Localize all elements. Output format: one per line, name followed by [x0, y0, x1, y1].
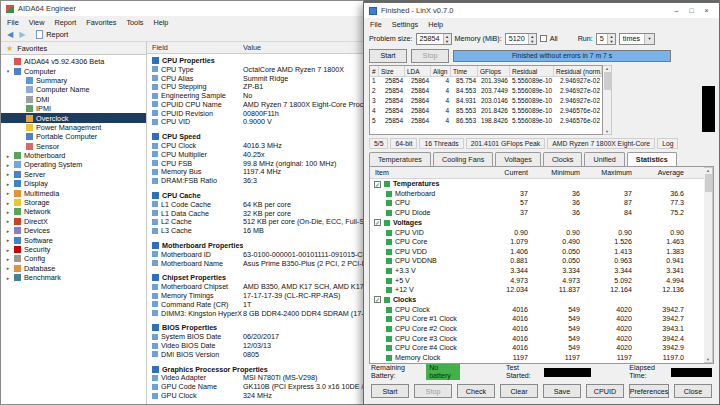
tree-expander-icon[interactable]: ▸ [5, 200, 11, 206]
menu-item[interactable]: Report [54, 18, 76, 27]
close-icon[interactable]: × [699, 3, 714, 18]
tree-item[interactable]: Sensor [1, 142, 146, 151]
maximize-icon[interactable]: □ [684, 3, 699, 18]
menu-item[interactable]: Settings [392, 20, 418, 29]
tree-item[interactable]: ▸ DirectX [1, 217, 146, 226]
tree-expander-icon[interactable]: ▸ [5, 218, 11, 224]
linx-titlebar[interactable]: Finished - LinX v0.7.0 – □ × [364, 3, 719, 18]
group-checkbox[interactable] [374, 181, 381, 188]
tab[interactable]: Unified [584, 152, 624, 166]
footer-button[interactable]: Stop [414, 384, 452, 398]
menu-item[interactable]: Favorites [86, 18, 116, 27]
tree-item[interactable]: ▾ Computer [1, 66, 146, 75]
field-column-header[interactable]: Field [147, 43, 243, 52]
tree-expander-icon[interactable]: ▾ [5, 68, 11, 74]
scroll-up-icon[interactable] [605, 66, 609, 71]
tree-item[interactable]: ▸ Motherboard [1, 151, 146, 160]
footer-button[interactable]: Start [371, 384, 409, 398]
tab[interactable]: Voltages [495, 152, 541, 166]
tree-item[interactable]: ▸ Multimedia [1, 188, 146, 197]
run-label: Run: [578, 34, 593, 43]
scroll-down-icon[interactable] [706, 357, 710, 362]
forward-arrow-icon[interactable] [19, 31, 25, 39]
run-stepper[interactable]: 5 [596, 33, 616, 45]
menu-item[interactable]: File [7, 18, 19, 27]
aida64-titlebar[interactable]: AIDA64 Engineer [1, 1, 363, 16]
tab[interactable]: Statistics [627, 152, 677, 166]
scrollbar-thumb[interactable] [604, 72, 611, 90]
tree-item[interactable]: AIDA64 v5.92.4306 Beta [1, 57, 146, 66]
vertical-scrollbar[interactable] [704, 167, 713, 363]
all-checkbox[interactable] [540, 35, 547, 42]
memory-stepper[interactable]: 5120 [505, 33, 537, 45]
tree-item[interactable]: ▸ Benchmark [1, 273, 146, 282]
tree-item[interactable]: ▸ Security [1, 245, 146, 254]
property-value: 1197.4 MHz [243, 167, 363, 176]
tree-item[interactable]: ▸ Storage [1, 198, 146, 207]
tree-item[interactable]: ▸ Config [1, 254, 146, 263]
tree-item[interactable]: ▸ Network [1, 207, 146, 216]
tab-favorites[interactable]: Favorites [1, 42, 146, 55]
tree-item[interactable]: DMI [1, 95, 146, 104]
tree-expander-icon[interactable]: ▸ [5, 237, 11, 243]
tab[interactable]: Clocks [543, 152, 583, 166]
group-checkbox[interactable] [374, 219, 381, 226]
tree-expander-icon[interactable]: ▸ [5, 247, 11, 253]
footer-button[interactable]: Close [674, 384, 712, 398]
sensor-group-header: Voltages [370, 218, 704, 228]
value-column-header[interactable]: Value [243, 43, 261, 52]
menu-item[interactable]: View [29, 18, 45, 27]
spinner-arrows-icon[interactable] [528, 34, 536, 44]
back-arrow-icon[interactable] [7, 31, 13, 39]
spinner-arrows-icon[interactable] [443, 34, 451, 44]
menu-item[interactable]: File [370, 20, 382, 29]
property-field: Command Rate (CR) [161, 300, 229, 309]
tree-expander-icon[interactable]: ▸ [5, 190, 11, 196]
tree-item[interactable]: Portable Computer [1, 132, 146, 141]
tree-expander-icon[interactable]: ▸ [5, 265, 11, 271]
footer-button[interactable]: Save [543, 384, 581, 398]
tree-item[interactable]: ▸ Database [1, 264, 146, 273]
tree-expander-icon[interactable]: ▸ [5, 171, 11, 177]
tab[interactable]: Cooling Fans [433, 152, 493, 166]
tab[interactable]: Temperatures [369, 152, 431, 166]
tree-item[interactable]: ▸ Devices [1, 226, 146, 235]
tree-item[interactable]: Overclock [1, 113, 146, 122]
tree-item[interactable]: ▸ Operating System [1, 160, 146, 169]
group-checkbox[interactable] [374, 296, 381, 303]
problem-size-stepper[interactable]: 25854 [416, 33, 452, 45]
tree-item[interactable]: IPMI [1, 104, 146, 113]
minimize-icon[interactable]: – [669, 3, 684, 18]
footer-button[interactable]: CPUID [586, 384, 624, 398]
tree-expander-icon[interactable]: ▸ [5, 181, 11, 187]
tree-expander-icon[interactable]: ▸ [5, 162, 11, 168]
scroll-down-icon[interactable] [605, 129, 609, 134]
tree-item[interactable]: Computer Name [1, 85, 146, 94]
tree-expander-icon[interactable]: ▸ [5, 153, 11, 159]
scrollbar-thumb[interactable] [705, 174, 712, 192]
log-button[interactable]: Log [657, 138, 678, 149]
menu-item[interactable]: Tools [126, 18, 143, 27]
spinner-arrows-icon[interactable] [607, 34, 615, 44]
start-button[interactable]: Start [369, 49, 407, 63]
footer-button[interactable]: Preferences [629, 384, 669, 398]
report-button[interactable]: Report [31, 30, 73, 39]
tree-item-label: Benchmark [24, 273, 61, 282]
tree-item[interactable]: ▸ Software [1, 235, 146, 244]
tree-expander-icon[interactable]: ▸ [5, 209, 11, 215]
footer-button[interactable]: Check [457, 384, 495, 398]
tree-expander-icon[interactable]: ▸ [5, 228, 11, 234]
tree-expander-icon[interactable]: ▸ [5, 256, 11, 262]
stop-button[interactable]: Stop [411, 49, 449, 63]
times-dropdown[interactable]: times [619, 33, 655, 45]
scroll-up-icon[interactable] [706, 168, 710, 173]
menu-item[interactable]: Help [153, 18, 168, 27]
menu-item[interactable]: Help [428, 20, 443, 29]
tree-item[interactable]: ▸ Display [1, 179, 146, 188]
vertical-scrollbar[interactable] [603, 65, 612, 135]
tree-item[interactable]: ▸ Server [1, 170, 146, 179]
tree-item[interactable]: Summary [1, 76, 146, 85]
footer-button[interactable]: Clear [500, 384, 538, 398]
tree-item[interactable]: Power Management [1, 123, 146, 132]
tree-expander-icon[interactable]: ▸ [5, 275, 11, 281]
